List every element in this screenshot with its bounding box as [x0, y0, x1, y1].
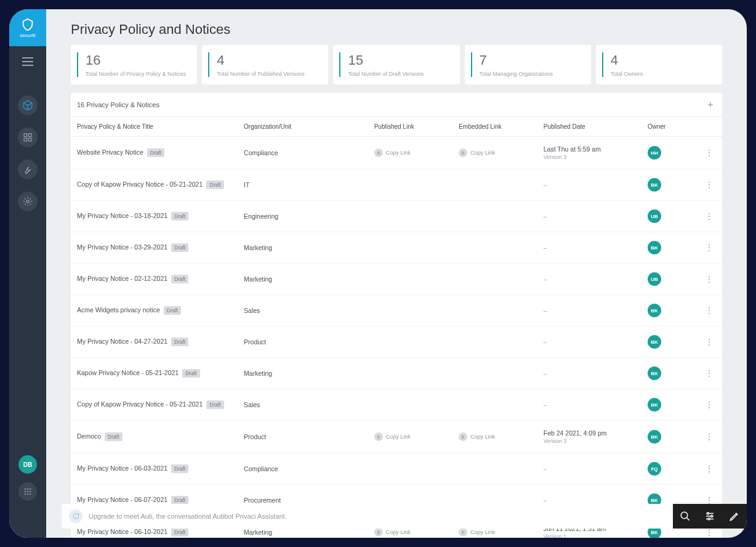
- table-row[interactable]: Copy of Kapow Privacy Notice - 05-21-202…: [71, 169, 722, 201]
- col-elink[interactable]: Embedded Link: [455, 117, 540, 137]
- stat-label: Total Number of Published Versions: [211, 71, 320, 77]
- nav-tools[interactable]: [18, 160, 38, 179]
- row-title: Copy of Kapow Privacy Notice - 05-21-202…: [77, 400, 203, 408]
- edit-button[interactable]: [722, 504, 747, 529]
- nav-settings[interactable]: [18, 192, 38, 211]
- stat-label: Total Managing Organizations: [473, 71, 582, 77]
- owner-badge[interactable]: HH: [648, 146, 661, 160]
- owner-badge[interactable]: BK: [648, 367, 661, 380]
- row-title: Website Privacy Notice: [77, 148, 143, 156]
- owner-badge[interactable]: BK: [648, 241, 661, 254]
- stat-card[interactable]: 15Total Number of Draft Versions: [333, 45, 459, 84]
- stat-value: 15: [342, 52, 451, 68]
- filter-button[interactable]: [698, 504, 722, 529]
- row-more-button[interactable]: ⋮: [705, 306, 714, 315]
- chat-text: Upgrade to meet Auti, the conversational…: [89, 513, 287, 520]
- row-more-button[interactable]: ⋮: [705, 337, 714, 347]
- row-more-button[interactable]: ⋮: [705, 527, 714, 537]
- owner-badge[interactable]: BK: [648, 398, 661, 411]
- owner-badge[interactable]: UB: [648, 272, 661, 286]
- copy-link[interactable]: ⎘Copy Link: [459, 528, 495, 537]
- row-more-button[interactable]: ⋮: [705, 432, 714, 442]
- row-org: IT: [240, 169, 371, 201]
- table-row[interactable]: Copy of Kapow Privacy Notice - 05-21-202…: [71, 389, 722, 421]
- nav-cube[interactable]: [18, 95, 38, 115]
- add-button[interactable]: [705, 99, 716, 110]
- owner-badge[interactable]: FQ: [648, 462, 661, 476]
- table-row[interactable]: Acme Widgets privacy noticeDraft Sales –…: [71, 295, 722, 326]
- stat-card[interactable]: 16Total Number of Privacy Policy & Notic…: [71, 45, 197, 84]
- date-text: Feb 24 2021, 4:09 pm: [544, 429, 607, 437]
- apps-button[interactable]: [18, 482, 37, 501]
- row-org: Sales: [240, 389, 371, 421]
- svg-point-9: [25, 488, 26, 490]
- copy-link[interactable]: ⎘Copy Link: [459, 432, 495, 441]
- stat-card[interactable]: 4Total Owners: [596, 45, 722, 84]
- row-title: My Privacy Notice - 03-29-2021: [77, 243, 167, 251]
- row-more-button[interactable]: ⋮: [705, 274, 714, 284]
- draft-badge: Draft: [147, 148, 164, 157]
- copy-link[interactable]: ⎘Copy Link: [459, 148, 495, 157]
- row-more-button[interactable]: ⋮: [705, 368, 714, 378]
- draft-badge: Draft: [206, 180, 223, 189]
- owner-badge[interactable]: BK: [648, 430, 661, 444]
- table-row[interactable]: My Privacy Notice - 06-03-2021Draft Comp…: [71, 453, 722, 485]
- row-more-button[interactable]: ⋮: [705, 464, 714, 474]
- link-icon: ⎘: [374, 528, 383, 537]
- search-button[interactable]: [673, 504, 698, 529]
- bottom-bar: Upgrade to meet Auti, the conversational…: [62, 504, 747, 529]
- nav-dashboard[interactable]: [18, 128, 38, 147]
- table-row[interactable]: My Privacy Notice - 02-12-2021Draft Mark…: [71, 264, 722, 295]
- table-row[interactable]: My Privacy Notice - 03-18-2021Draft Engi…: [71, 201, 722, 232]
- svg-point-13: [27, 491, 28, 492]
- col-date[interactable]: Published Date: [540, 117, 644, 137]
- stat-label: Total Owners: [605, 71, 714, 77]
- row-more-button[interactable]: ⋮: [705, 400, 714, 410]
- svg-rect-6: [24, 138, 27, 141]
- policies-table: Privacy Policy & Notice Title Organizati…: [71, 117, 722, 538]
- apps-icon: [23, 487, 32, 496]
- cube-icon: [22, 100, 33, 111]
- date-empty: –: [544, 370, 547, 377]
- user-avatar[interactable]: DB: [18, 455, 37, 474]
- table-row[interactable]: My Privacy Notice - 04-27-2021Draft Prod…: [71, 326, 722, 358]
- menu-toggle[interactable]: [22, 57, 33, 66]
- stat-card[interactable]: 4Total Number of Published Versions: [202, 45, 328, 84]
- row-title: Copy of Kapow Privacy Notice - 05-21-202…: [77, 180, 203, 188]
- row-org: Marketing: [240, 232, 371, 264]
- row-more-button[interactable]: ⋮: [705, 243, 714, 253]
- copy-link[interactable]: ⎘Copy Link: [374, 528, 411, 537]
- sliders-icon: [704, 511, 715, 522]
- draft-badge: Draft: [164, 306, 181, 315]
- col-org[interactable]: Organization/Unit: [240, 117, 371, 137]
- stat-label: Total Number of Privacy Policy & Notices: [79, 71, 188, 77]
- table-row[interactable]: DemocoDraft Product ⎘Copy Link ⎘Copy Lin…: [71, 421, 722, 453]
- col-plink[interactable]: Published Link: [371, 117, 456, 137]
- svg-point-25: [707, 513, 709, 514]
- copy-link[interactable]: ⎘Copy Link: [374, 432, 411, 441]
- col-title[interactable]: Privacy Policy & Notice Title: [71, 117, 240, 137]
- table-row[interactable]: Kapow Privacy Notice - 05-21-2021Draft M…: [71, 358, 722, 389]
- chat-prompt[interactable]: Upgrade to meet Auti, the conversational…: [62, 504, 673, 529]
- svg-point-20: [681, 512, 688, 519]
- row-more-button[interactable]: ⋮: [705, 211, 714, 221]
- row-org: Sales: [240, 295, 371, 326]
- row-org: Product: [240, 421, 371, 453]
- table-row[interactable]: Website Privacy NoticeDraft Compliance ⎘…: [71, 137, 722, 169]
- date-empty: –: [544, 465, 547, 472]
- copy-link[interactable]: ⎘Copy Link: [374, 148, 411, 157]
- stat-card[interactable]: 7Total Managing Organizations: [465, 45, 591, 84]
- owner-badge[interactable]: UB: [648, 209, 661, 223]
- row-title: My Privacy Notice - 06-03-2021: [77, 464, 167, 472]
- brand-logo[interactable]: securiti: [9, 9, 46, 46]
- svg-point-15: [25, 493, 26, 495]
- owner-badge[interactable]: BK: [648, 335, 661, 349]
- owner-badge[interactable]: BK: [648, 178, 661, 192]
- row-more-button[interactable]: ⋮: [705, 148, 714, 158]
- table-row[interactable]: My Privacy Notice - 03-29-2021Draft Mark…: [71, 232, 722, 264]
- stat-value: 4: [605, 52, 714, 68]
- owner-badge[interactable]: BK: [648, 304, 661, 317]
- row-more-button[interactable]: ⋮: [705, 180, 714, 190]
- col-owner[interactable]: Owner: [644, 117, 696, 137]
- link-icon: ⎘: [374, 432, 383, 441]
